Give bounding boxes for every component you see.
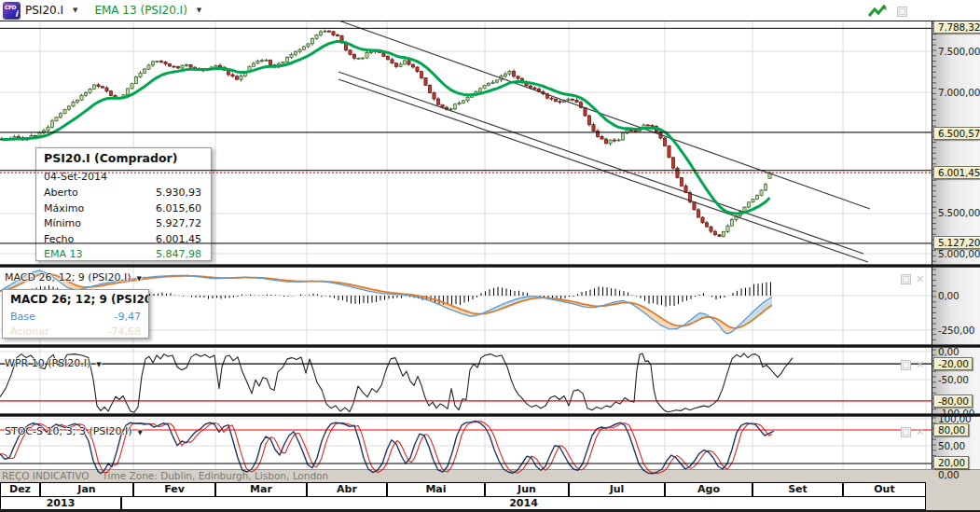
wpr-axis-label: 0,00 xyxy=(938,346,959,357)
tooltip-row-label: Mínimo xyxy=(44,216,81,232)
price-tooltip-row: Fecho6.001,45 xyxy=(44,232,201,248)
restore-panel-icon[interactable] xyxy=(901,360,911,370)
cfd-instrument-icon: CFD i xyxy=(4,3,20,19)
wpr-axis-label: -20,00 xyxy=(933,357,973,370)
main-axis-label: 6.500,57 xyxy=(933,127,980,140)
month-axis-cell: Ago xyxy=(665,482,752,497)
cfd-icon-i: i xyxy=(15,9,18,19)
macd-axis-label: -250,00 xyxy=(938,325,974,336)
tooltip-row-label: Máximo xyxy=(44,201,84,217)
month-axis-cell: Out xyxy=(843,482,926,497)
main-axis-label: 5.500,00 xyxy=(938,207,980,218)
panel-separator[interactable] xyxy=(0,413,980,417)
price-tooltip-row: Máximo6.015,60 xyxy=(44,201,201,217)
main-axis-label: 6.001,45 xyxy=(933,166,980,179)
year-axis-cell: 2013 xyxy=(0,496,121,510)
restore-window-icon[interactable] xyxy=(897,7,907,17)
overlay-indicator-selector[interactable]: EMA 13 (PSI20.I) xyxy=(94,4,186,17)
panel-separator[interactable] xyxy=(0,344,980,348)
macd-panel-controls: ✕ xyxy=(901,274,924,284)
main-axis-label: 5.000,00 xyxy=(938,248,980,259)
tooltip-row-value: 5.847,98 xyxy=(156,247,201,263)
macd-axis-label: 0,00 xyxy=(938,290,959,301)
tooltip-row-value: 5.930,93 xyxy=(156,186,201,201)
wpr-panel-label: WPR 10 (PSI20.I) xyxy=(5,357,90,369)
main-axis-label: 7.000,00 xyxy=(938,87,980,98)
chevron-down-icon[interactable]: ▼ xyxy=(137,275,142,283)
year-axis-cell: 2014 xyxy=(121,496,926,510)
month-axis-cell: Abr xyxy=(307,482,387,497)
symbol-selector[interactable]: PSI20.I xyxy=(25,4,63,17)
macd-tooltip-row: Acionar-74,68 xyxy=(10,325,141,339)
wpr-axis-label: -80,00 xyxy=(933,394,973,408)
tooltip-row-value: -74,68 xyxy=(108,325,141,339)
stoc-panel-label: STOC-S 10; 3; 3 (PSI20.I) xyxy=(5,425,132,437)
price-tooltip-row: Aberto5.930,93 xyxy=(44,186,201,201)
tooltip-title: PSI20.I (Comprador) xyxy=(44,151,201,165)
wpr-panel-controls: ✕ xyxy=(901,360,924,370)
trend-tool-icon[interactable] xyxy=(867,4,888,19)
tooltip-title: MACD 26; 12; 9 (PSI20.I) xyxy=(10,293,141,306)
macd-tooltip-row: Base-9,47 xyxy=(10,310,141,325)
chevron-down-icon[interactable]: ▼ xyxy=(197,7,201,14)
close-panel-icon[interactable]: ✕ xyxy=(916,275,924,284)
main-axis-label: 7.788,32 xyxy=(933,21,980,34)
tooltip-row-label: Aberto xyxy=(44,186,78,201)
stoc-axis-label: 80,00 xyxy=(933,423,969,436)
tooltip-row-label: Acionar xyxy=(10,325,48,339)
month-axis-cell: Mai xyxy=(387,482,485,497)
close-panel-icon[interactable]: ✕ xyxy=(916,428,924,436)
tooltip-row-label: Base xyxy=(10,310,35,325)
main-axis-label: 5.127,20 xyxy=(933,236,980,249)
trading-app-window: REÇO INDICATIVOTime Zone: Dublin, Edinbu… xyxy=(0,0,980,512)
price-tooltip-row: EMA 135.847,98 xyxy=(44,247,201,263)
tooltip-row-label: Fecho xyxy=(44,232,74,248)
tooltip-row-value: -9,47 xyxy=(115,310,141,325)
month-axis-cell: Dez xyxy=(0,482,40,497)
month-axis-cell: Fev xyxy=(133,482,215,497)
stoc-axis-label: 20,00 xyxy=(933,456,969,469)
restore-panel-icon[interactable] xyxy=(901,274,911,284)
month-axis-cell: Jan xyxy=(40,482,133,497)
chevron-down-icon[interactable]: ▼ xyxy=(138,429,143,436)
tooltip-row-label: EMA 13 xyxy=(44,247,82,263)
tooltip-row-value: 5.927,72 xyxy=(156,216,201,232)
month-axis-cell: Mar xyxy=(215,482,307,497)
stoc-axis-label: 50,00 xyxy=(938,440,965,451)
price-tooltip-row: Mínimo5.927,72 xyxy=(44,216,201,232)
stoc-panel-selector[interactable]: STOC-S 10; 3; 3 (PSI20.I)▼ xyxy=(5,425,143,437)
tooltip-row-value: 6.015,60 xyxy=(156,201,201,217)
month-axis-cell: Jul xyxy=(569,482,665,497)
tooltip-date: 04-Set-2014 xyxy=(44,171,201,183)
chart-header: CFD i PSI20.I ▼ EMA 13 (PSI20.I) ▼ xyxy=(0,0,980,21)
tooltip-row-value: 6.001,45 xyxy=(156,232,201,248)
price-tooltip: PSI20.I (Comprador) 04-Set-2014 Aberto5.… xyxy=(35,147,212,261)
close-panel-icon[interactable]: ✕ xyxy=(916,361,924,369)
macd-panel-selector[interactable]: MACD 26; 12; 9 (PSI20.I)▼ xyxy=(5,271,142,284)
wpr-panel-selector[interactable]: WPR 10 (PSI20.I)▼ xyxy=(5,357,102,369)
stoc-axis-label: 0,00 xyxy=(938,469,959,480)
panel-separator[interactable] xyxy=(0,264,980,268)
restore-panel-icon[interactable] xyxy=(901,427,911,437)
chevron-down-icon[interactable]: ▼ xyxy=(96,361,101,368)
wpr-axis-label: -50,00 xyxy=(938,374,969,385)
chevron-down-icon[interactable]: ▼ xyxy=(73,7,77,14)
main-axis-label: 7.500,00 xyxy=(938,46,980,57)
month-axis-cell: Set xyxy=(752,482,843,497)
stoc-panel-controls: ✕ xyxy=(901,427,924,437)
macd-panel-label: MACD 26; 12; 9 (PSI20.I) xyxy=(5,271,131,284)
month-axis-cell: Jun xyxy=(485,482,569,497)
macd-tooltip: MACD 26; 12; 9 (PSI20.I) Base-9,47Aciona… xyxy=(2,289,149,339)
